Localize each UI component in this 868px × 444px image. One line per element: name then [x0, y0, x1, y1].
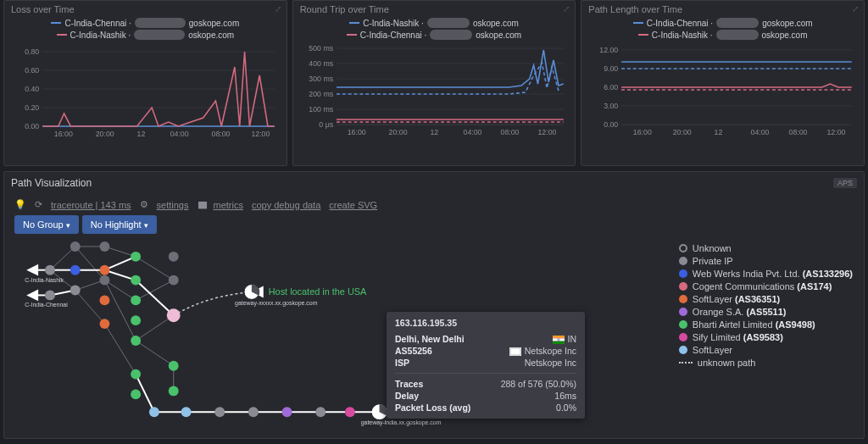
create-svg-link[interactable]: create SVG [329, 200, 377, 210]
svg-text:400 ms: 400 ms [309, 59, 333, 68]
svg-text:9.00: 9.00 [604, 64, 618, 73]
svg-point-65 [70, 241, 81, 252]
svg-text:0 μs: 0 μs [319, 120, 333, 129]
traceroute-link[interactable]: traceroute | 143 ms [51, 200, 131, 210]
svg-text:C-India-Chennai: C-India-Chennai [25, 302, 68, 308]
expand-icon[interactable]: ⤢ [852, 4, 859, 14]
svg-point-74 [131, 275, 141, 286]
svg-text:12:00: 12:00 [827, 128, 846, 136]
legend-item[interactable]: Orange S.A. (AS5511) [679, 305, 853, 318]
svg-marker-51 [26, 289, 38, 301]
loss-chart[interactable]: 0.80 0.60 0.40 0.20 0.00 16:00 20:00 12 … [13, 42, 278, 142]
svg-text:0.00: 0.00 [25, 122, 39, 130]
legend-item[interactable]: unknown path [679, 356, 853, 369]
svg-point-69 [99, 265, 109, 275]
svg-point-90 [315, 407, 326, 417]
rtt-chart-panel: Round Trip over Time ⤢ C-India-Nashik ·o… [292, 0, 576, 166]
legend-item[interactable]: Unknown [679, 241, 853, 254]
svg-text:3.00: 3.00 [604, 102, 618, 110]
svg-point-84 [169, 386, 179, 396]
expand-icon[interactable]: ⤢ [563, 4, 570, 14]
tooltip-ip: 163.116.195.35 [387, 312, 585, 333]
svg-text:20:00: 20:00 [388, 128, 407, 136]
svg-text:12.00: 12.00 [600, 46, 619, 54]
svg-text:0.20: 0.20 [25, 103, 39, 112]
pathlen-chart-panel: Path Length over Time ⤢ C-India-Chennai … [581, 0, 865, 166]
svg-point-63 [45, 265, 55, 275]
gear-icon[interactable]: ⚙ [140, 199, 148, 210]
svg-text:0.00: 0.00 [604, 120, 618, 129]
svg-rect-94 [553, 341, 565, 344]
refresh-icon[interactable]: ⟳ [35, 199, 42, 210]
svg-text:08:00: 08:00 [212, 130, 231, 138]
legend-item[interactable]: Bharti Airtel Limited (AS9498) [679, 318, 853, 330]
svg-point-80 [169, 252, 179, 262]
svg-text:6.00: 6.00 [604, 83, 618, 92]
highlight-dropdown[interactable]: No Highlight▾ [82, 215, 157, 234]
svg-text:0.60: 0.60 [25, 66, 39, 75]
path-toolbar: 💡 ⟳ traceroute | 143 ms ⚙ settings ▮▮▮ m… [4, 194, 864, 215]
bulb-icon[interactable]: 💡 [14, 199, 26, 210]
svg-text:200 ms: 200 ms [309, 90, 333, 98]
svg-text:20:00: 20:00 [673, 128, 692, 136]
loss-chart-title: Loss over Time [4, 1, 287, 14]
svg-point-77 [131, 336, 141, 346]
svg-point-71 [99, 295, 109, 305]
svg-marker-50 [26, 264, 38, 276]
svg-rect-92 [553, 336, 565, 338]
svg-text:08:00: 08:00 [789, 128, 808, 136]
group-dropdown[interactable]: No Group▾ [14, 215, 79, 234]
legend-item[interactable]: Sify Limited (AS9583) [679, 330, 853, 343]
svg-point-89 [282, 407, 292, 417]
rtt-chart[interactable]: 500 ms 400 ms 300 ms 200 ms 100 ms 0 μs … [302, 42, 567, 142]
svg-text:gateway-india.xx.goskope.com: gateway-india.xx.goskope.com [361, 419, 442, 426]
svg-point-75 [131, 295, 141, 305]
svg-rect-96 [509, 347, 521, 356]
rtt-legend: C-India-Nashik ·oskope.com C-India-Chenn… [293, 14, 576, 42]
pathlen-legend: C-India-Chennai ·goskope.com C-India-Nas… [581, 14, 864, 42]
svg-point-79 [131, 389, 141, 399]
expand-icon[interactable]: ⤢ [275, 4, 281, 14]
svg-point-87 [214, 407, 225, 417]
svg-text:16:00: 16:00 [347, 128, 365, 136]
pathlen-chart-title: Path Length over Time [581, 1, 864, 14]
svg-point-64 [45, 290, 55, 300]
svg-point-85 [149, 407, 159, 417]
svg-text:C-India-Nashik: C-India-Nashik [25, 277, 64, 283]
legend-item[interactable]: Web Werks India Pvt. Ltd. (AS133296) [679, 267, 853, 280]
loss-legend: C-India-Chennai · goskope.com C-India-Na… [4, 14, 287, 42]
svg-text:0.80: 0.80 [25, 47, 39, 56]
legend-item[interactable]: SoftLayer (AS36351) [679, 292, 853, 305]
svg-point-76 [131, 315, 141, 325]
svg-point-78 [131, 369, 141, 380]
svg-point-67 [70, 286, 81, 296]
svg-point-70 [99, 275, 109, 286]
svg-text:16:00: 16:00 [633, 128, 652, 136]
legend-item[interactable]: SoftLayer [679, 343, 853, 356]
svg-text:100 ms: 100 ms [309, 105, 333, 114]
aps-badge[interactable]: APS [833, 178, 857, 188]
svg-point-86 [181, 407, 192, 417]
svg-point-82 [167, 308, 181, 322]
svg-point-83 [169, 361, 179, 371]
svg-point-91 [345, 407, 355, 417]
legend-item[interactable]: Cogent Communications (AS174) [679, 280, 853, 292]
svg-point-81 [169, 275, 179, 286]
settings-link[interactable]: settings [157, 200, 189, 210]
bars-icon[interactable]: ▮▮▮ [198, 199, 205, 210]
svg-text:Host located in the USA: Host located in the USA [269, 286, 367, 297]
svg-text:12: 12 [137, 130, 146, 138]
svg-text:08:00: 08:00 [500, 128, 519, 136]
svg-point-72 [99, 319, 109, 329]
path-legend: UnknownPrivate IPWeb Werks India Pvt. Lt… [679, 241, 853, 369]
path-viz-title: Path Visualization [11, 177, 92, 189]
pathlen-chart[interactable]: 12.00 9.00 6.00 3.00 0.00 16:00 20:00 12… [590, 42, 855, 142]
svg-text:300 ms: 300 ms [309, 75, 333, 83]
legend-item[interactable]: Private IP [679, 254, 853, 267]
svg-text:12:00: 12:00 [251, 130, 270, 138]
svg-text:0.40: 0.40 [25, 85, 39, 93]
svg-text:04:00: 04:00 [463, 128, 481, 136]
copy-debug-link[interactable]: copy debug data [252, 200, 320, 210]
metrics-link[interactable]: metrics [214, 200, 243, 210]
svg-point-66 [70, 265, 81, 275]
